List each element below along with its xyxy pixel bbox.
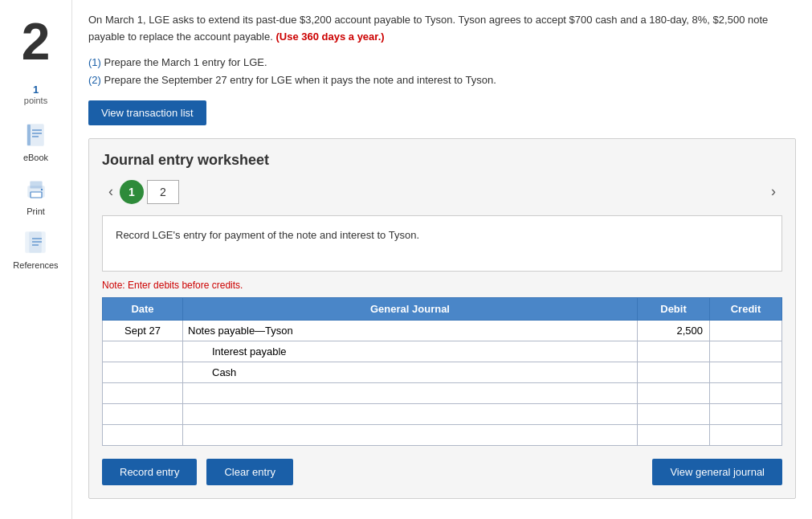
- debit-cell-2[interactable]: [638, 341, 710, 362]
- ebook-icon: [22, 121, 51, 150]
- journal-cell-1[interactable]: [183, 320, 638, 341]
- svg-rect-1: [27, 125, 31, 145]
- buttons-row: Record entry Clear entry View general jo…: [102, 459, 782, 485]
- credit-cell-1[interactable]: [710, 320, 782, 341]
- instruction-2: (2) Prepare the September 27 entry for L…: [88, 72, 796, 89]
- svg-point-8: [40, 189, 42, 190]
- col-header-date: Date: [103, 297, 183, 320]
- problem-number: 2: [14, 8, 59, 76]
- worksheet-instruction-box: Record LGE's entry for payment of the no…: [102, 215, 782, 272]
- table-row: [103, 341, 782, 362]
- view-general-journal-button[interactable]: View general journal: [652, 459, 782, 485]
- worksheet-instruction-text: Record LGE's entry for payment of the no…: [116, 229, 419, 241]
- points-label: points: [24, 96, 47, 105]
- sidebar-item-references[interactable]: References: [13, 229, 58, 270]
- view-transaction-button[interactable]: View transaction list: [88, 100, 206, 125]
- col-header-credit: Credit: [710, 297, 782, 320]
- svg-rect-6: [31, 182, 42, 188]
- credit-cell-6[interactable]: [710, 424, 782, 445]
- tab-navigation: ‹ 1 2 ›: [102, 180, 782, 204]
- table-row: [103, 403, 782, 424]
- points-value: 1: [24, 84, 47, 96]
- instruction-1: (1) Prepare the March 1 entry for LGE.: [88, 54, 796, 72]
- tab-next-button[interactable]: ›: [765, 180, 782, 203]
- credit-cell-4[interactable]: [710, 382, 782, 403]
- debit-cell-3[interactable]: [638, 362, 710, 382]
- sidebar-item-print[interactable]: Print: [22, 175, 51, 216]
- debit-cell-1[interactable]: [638, 320, 710, 341]
- record-entry-button[interactable]: Record entry: [102, 459, 197, 485]
- note-text: Note: Enter debits before credits.: [102, 280, 782, 291]
- journal-cell-4[interactable]: [183, 382, 638, 403]
- tab-1-button[interactable]: 1: [120, 180, 144, 204]
- print-label: Print: [27, 206, 45, 216]
- journal-cell-5[interactable]: [183, 403, 638, 424]
- main-content: On March 1, LGE asks to extend its past-…: [72, 0, 812, 519]
- debit-cell-4[interactable]: [638, 382, 710, 403]
- sidebar-item-ebook[interactable]: eBook: [22, 121, 51, 162]
- date-cell-1[interactable]: [103, 320, 183, 341]
- points-block: 1 points: [24, 84, 47, 105]
- worksheet-box: Journal entry worksheet ‹ 1 2 › Record L…: [88, 138, 796, 499]
- journal-cell-6[interactable]: [183, 424, 638, 445]
- worksheet-title: Journal entry worksheet: [102, 152, 782, 169]
- table-row: [103, 320, 782, 341]
- credit-cell-3[interactable]: [710, 362, 782, 382]
- print-icon: [22, 175, 51, 204]
- clear-entry-button[interactable]: Clear entry: [206, 459, 293, 485]
- date-cell-6[interactable]: [103, 424, 183, 445]
- table-row: [103, 362, 782, 382]
- references-label: References: [13, 260, 58, 270]
- sidebar: 2 1 points eBook: [0, 0, 72, 519]
- tab-2-button[interactable]: 2: [147, 180, 179, 204]
- col-header-debit: Debit: [638, 297, 710, 320]
- ebook-label: eBook: [23, 153, 48, 162]
- table-row: [103, 424, 782, 445]
- date-cell-3[interactable]: [103, 362, 183, 382]
- svg-rect-7: [31, 192, 42, 198]
- journal-table: Date General Journal Debit Credit: [102, 297, 782, 446]
- col-header-journal: General Journal: [183, 297, 638, 320]
- table-row: [103, 382, 782, 403]
- tab-prev-button[interactable]: ‹: [102, 180, 120, 203]
- highlight-text: (Use 360 days a year.): [275, 31, 384, 43]
- date-cell-2[interactable]: [103, 341, 183, 362]
- instructions: (1) Prepare the March 1 entry for LGE. (…: [88, 54, 796, 89]
- journal-cell-3[interactable]: [183, 362, 638, 382]
- debit-cell-5[interactable]: [638, 403, 710, 424]
- references-icon: [21, 229, 50, 258]
- debit-cell-6[interactable]: [638, 424, 710, 445]
- date-cell-4[interactable]: [103, 382, 183, 403]
- date-cell-5[interactable]: [103, 403, 183, 424]
- credit-cell-2[interactable]: [710, 341, 782, 362]
- credit-cell-5[interactable]: [710, 403, 782, 424]
- problem-text: On March 1, LGE asks to extend its past-…: [88, 12, 796, 46]
- journal-cell-2[interactable]: [183, 341, 638, 362]
